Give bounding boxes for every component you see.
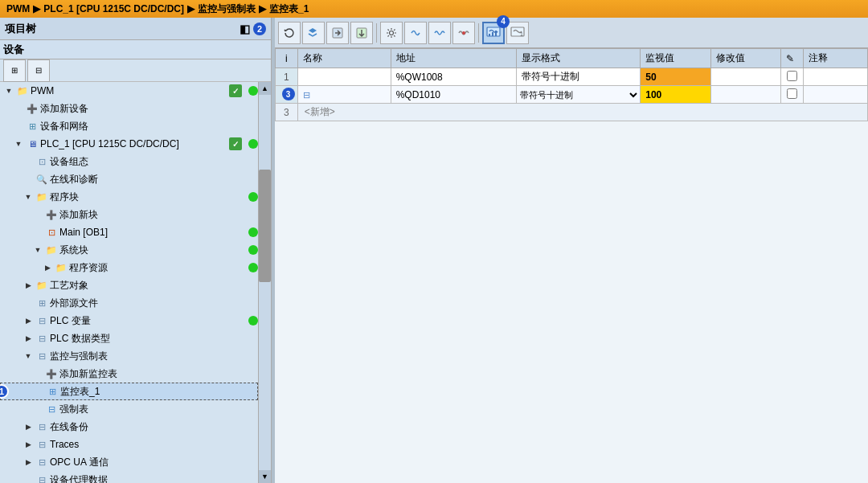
tree-item-plc-types[interactable]: ▶ ⊟ PLC 数据类型 [0,330,258,347]
toolbar-btn-import[interactable] [326,22,349,44]
row-name-2[interactable]: 3 ⊟ [297,86,391,104]
row-checkbox-2[interactable] [787,88,797,99]
row-checkbox-1[interactable] [787,71,797,81]
tree-item-watch-force[interactable]: ▼ ⊟ 监控与强制表 [0,347,258,365]
tree-item-online-backup[interactable]: ▶ ⊟ 在线备份 [0,418,258,436]
tree-item-proxy-data[interactable]: ⊟ 设备代理数据 [0,471,258,483]
spacer-6 [32,227,43,238]
tree-label-prog-res: 程序资源 [69,261,108,275]
tree-item-watch-table-1[interactable]: 1 ⊞ 监控表_1 [0,383,258,400]
toolbar-sep-1 [376,23,377,43]
opc-icon: ⊟ [35,456,48,469]
sidebar-btn-1[interactable]: ⊞ [3,59,26,82]
table-row-2: 2 3 ⊟ %QD1010 带符号十进制 [276,86,868,104]
row-new-label[interactable]: <新增> [297,104,867,121]
toolbar-btn-export[interactable] [350,22,373,44]
tree-item-online-diag[interactable]: 🔍 在线和诊断 [0,170,258,188]
row-num-3: 3 [276,104,298,121]
tree-item-plc1[interactable]: ▼ 🖥 PLC_1 [CPU 1215C DC/DC/DC] ✓ [0,135,258,153]
expand-backup[interactable]: ▶ [23,421,34,432]
row-format-1[interactable]: 带符号十进制 [516,68,640,86]
tree-item-force-table[interactable]: ⊟ 强制表 [0,400,258,418]
tree-label-force-table: 强制表 [59,403,88,416]
tree-item-device-config[interactable]: ⊡ 设备组态 [0,153,258,170]
expand-plctypes[interactable]: ▶ [23,333,34,344]
tree-label-online-diag: 在线和诊断 [50,173,98,186]
tree-item-add-block[interactable]: ➕ 添加新块 [0,206,258,223]
folder-icon-sys: 📁 [45,244,58,256]
tree-item-tech-obj[interactable]: ▶ 📁 工艺对象 [0,276,258,294]
row-format-2[interactable]: 带符号十进制 无符号十进制 十六进制 二进制 [516,86,640,104]
tree-item-main-ob1[interactable]: ⊡ Main [OB1] [0,223,258,241]
tree-item-devices[interactable]: ⊞ 设备和网络 [0,117,258,135]
expand-prog-blocks[interactable]: ▼ [23,191,34,203]
row-edit-2[interactable] [781,86,804,104]
equipment-tab[interactable]: 设备 [0,40,271,59]
col-header-monitor: 监视值 [641,49,711,68]
toolbar-btn-wave[interactable] [428,22,451,44]
breadcrumb-table: 监控表_1 [269,2,309,16]
scroll-down[interactable]: ▼ [259,470,271,483]
toolbar-btn-settings[interactable] [380,22,403,44]
right-panel: 4 1 i 名称 [275,18,868,483]
row-monitor-2[interactable]: 100 [641,86,711,104]
tree-item-pwm[interactable]: ▼ 📁 PWM ✓ [0,82,258,100]
toolbar-btn-trigger[interactable] [452,22,475,44]
toolbar-btn-connect[interactable] [404,22,427,44]
plctypes-icon: ⊟ [35,332,48,345]
tree-item-add-device[interactable]: ➕ 添加新设备 [0,100,258,117]
toolbar-btn-sync[interactable] [302,22,325,44]
row-comment-2[interactable] [804,86,868,104]
collapse-icon[interactable]: ◧ [240,23,250,35]
row-name-1[interactable] [297,68,391,86]
toolbar-btn-refresh[interactable] [278,22,301,44]
expand-pwm[interactable]: ▼ [3,85,14,96]
expand-opc[interactable]: ▶ [23,456,34,468]
tree-item-prog-blocks[interactable]: ▼ 📁 程序块 [0,188,258,206]
row-modify-2[interactable] [710,86,780,104]
proxy-icon: ⊟ [35,473,48,483]
tree-item-plc-vars[interactable]: ▶ ⊟ PLC 变量 [0,312,258,330]
expand-plcvars[interactable]: ▶ [23,315,34,326]
tree-label-device-config: 设备组态 [50,155,88,169]
tree-item-sys-blocks[interactable]: ▼ 📁 系统块 [0,241,258,259]
expand-sys[interactable]: ▼ [32,244,43,256]
breadcrumb-sep2: ▶ [187,3,194,14]
sidebar: 项目树 ◧ 2 设备 ⊞ ⊟ ▼ 📁 PWM [0,18,272,483]
toolbar-btn-monitor2[interactable]: 1 [506,22,529,44]
table-row-1: 1 %QW1008 带符号十进制 50 [276,68,868,86]
row-modify-1[interactable] [710,68,780,86]
main-layout: 项目树 ◧ 2 设备 ⊞ ⊟ ▼ 📁 PWM [0,18,868,483]
expand-traces[interactable]: ▶ [23,439,34,450]
col-header-num: i [276,49,298,68]
row-edit-1[interactable] [781,68,804,86]
tree-item-add-watch[interactable]: ➕ 添加新监控表 [0,365,258,383]
tree-item-prog-res[interactable]: ▶ 📁 程序资源 [0,259,258,276]
tree-item-ext-src[interactable]: ⊞ 外部源文件 [0,294,258,312]
scroll-up[interactable]: ▲ [259,82,271,95]
row-num-1: 1 [276,68,298,86]
sidebar-title: 项目树 [5,22,36,36]
status-dot-plcvars [248,316,258,325]
row-monitor-1[interactable]: 50 [641,68,711,86]
expand-tech[interactable]: ▶ [23,280,34,291]
sidebar-scrollbar[interactable]: ▲ ▼ [258,82,271,483]
tree-item-traces[interactable]: ▶ ⊟ Traces [0,436,258,453]
expand-watchforce[interactable]: ▼ [23,350,34,362]
row-address-1[interactable]: %QW1008 [391,68,516,86]
tree-label-add-watch: 添加新监控表 [59,367,117,381]
expand-prog-res[interactable]: ▶ [42,262,53,273]
scroll-thumb[interactable] [259,170,271,282]
row-address-2[interactable]: %QD1010 [391,86,516,104]
watchforce-icon: ⊟ [35,350,48,362]
expand-plc1[interactable]: ▼ [13,138,24,149]
format-dropdown-2[interactable]: 带符号十进制 无符号十进制 十六进制 二进制 [517,89,640,100]
ext-icon: ⊞ [35,297,48,309]
spacer-5 [32,209,43,220]
watch-table: i 名称 地址 显示格式 监视值 [275,48,868,121]
row-comment-1[interactable] [804,68,868,86]
status-dot-res [248,263,258,272]
tree-item-opc-ua[interactable]: ▶ ⊟ OPC UA 通信 [0,453,258,471]
tree-label-add-block: 添加新块 [59,208,98,222]
sidebar-btn-2[interactable]: ⊟ [27,59,50,82]
